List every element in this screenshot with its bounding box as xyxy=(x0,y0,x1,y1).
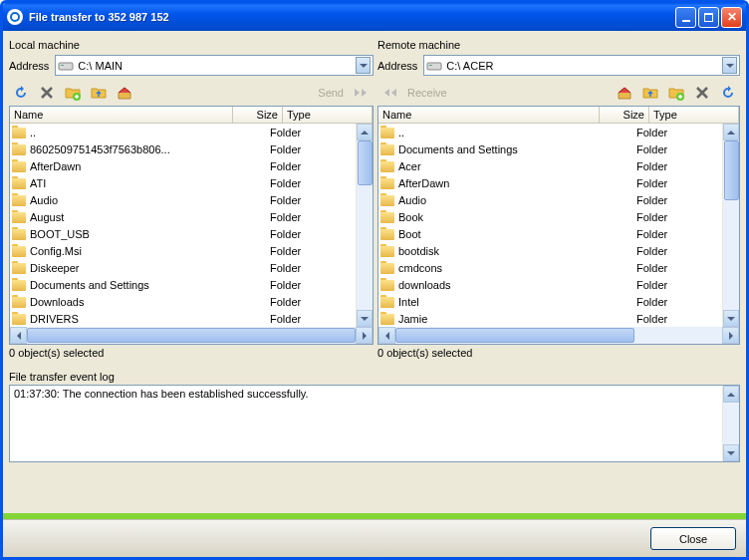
file-row[interactable]: bootdiskFolder xyxy=(378,242,722,259)
file-name: Acer xyxy=(398,160,421,172)
new-folder-button[interactable] xyxy=(664,81,688,105)
file-row[interactable]: DRIVERSFolder xyxy=(10,310,356,327)
receive-button[interactable] xyxy=(377,81,401,105)
close-window-button[interactable]: ✕ xyxy=(721,7,742,28)
col-type[interactable]: Type xyxy=(649,107,739,123)
scroll-right-button[interactable] xyxy=(356,327,373,344)
log-vscroll[interactable] xyxy=(722,386,739,461)
send-button-label[interactable]: Send xyxy=(314,87,348,99)
folder-icon xyxy=(12,176,28,189)
scroll-down-button[interactable] xyxy=(723,310,739,327)
up-folder-button[interactable] xyxy=(87,81,111,105)
file-row[interactable]: Config.MsiFolder xyxy=(10,242,356,259)
local-file-list[interactable]: Name Size Type ..Folder8602509751453f756… xyxy=(9,106,374,345)
up-folder-button[interactable] xyxy=(638,81,662,105)
file-type: Folder xyxy=(266,160,356,172)
folder-icon xyxy=(12,312,28,325)
file-name: August xyxy=(30,211,64,223)
col-name[interactable]: Name xyxy=(10,107,233,123)
log-header: File transfer event log xyxy=(9,369,740,385)
home-button[interactable] xyxy=(613,81,636,105)
file-row[interactable]: JamieFolder xyxy=(378,310,722,327)
col-size[interactable]: Size xyxy=(233,107,283,123)
col-type[interactable]: Type xyxy=(283,107,373,123)
refresh-button[interactable] xyxy=(9,81,33,105)
file-type: Folder xyxy=(266,279,356,291)
col-size[interactable]: Size xyxy=(600,107,649,123)
new-folder-button[interactable] xyxy=(61,81,85,105)
folder-icon xyxy=(12,142,28,155)
file-row[interactable]: ..Folder xyxy=(378,124,722,140)
scroll-left-button[interactable] xyxy=(10,327,27,344)
file-type: Folder xyxy=(266,296,356,308)
local-vscroll[interactable] xyxy=(356,124,373,327)
folder-icon xyxy=(380,159,396,172)
remote-address-dropdown[interactable] xyxy=(722,57,737,74)
chevron-right-icon xyxy=(729,332,733,340)
file-row[interactable]: AfterDawnFolder xyxy=(10,157,356,174)
receive-button-label[interactable]: Receive xyxy=(403,87,451,99)
chevron-down-icon xyxy=(361,317,369,321)
file-row[interactable]: Documents and SettingsFolder xyxy=(378,140,722,157)
vscroll-thumb[interactable] xyxy=(358,140,373,185)
scroll-right-button[interactable] xyxy=(722,327,739,344)
file-row[interactable]: AcerFolder xyxy=(378,157,722,174)
titlebar[interactable]: File transfer to 352 987 152 ✕ xyxy=(3,3,746,31)
file-name: ATI xyxy=(30,177,46,189)
delete-button[interactable] xyxy=(690,81,714,105)
file-row[interactable]: BookFolder xyxy=(378,208,722,225)
local-address-combo[interactable]: C:\ MAIN xyxy=(55,55,374,76)
scroll-up-button[interactable] xyxy=(723,386,739,403)
home-icon xyxy=(617,85,632,101)
chevron-down-icon xyxy=(727,451,735,455)
hscroll-thumb[interactable] xyxy=(27,328,356,343)
file-row[interactable]: cmdconsFolder xyxy=(378,259,722,276)
file-row[interactable]: IntelFolder xyxy=(378,293,722,310)
file-row[interactable]: DownloadsFolder xyxy=(10,293,356,310)
file-name: Documents and Settings xyxy=(30,279,149,291)
maximize-button[interactable] xyxy=(698,7,719,28)
file-row[interactable]: BootFolder xyxy=(378,225,722,242)
folder-icon xyxy=(12,295,28,308)
file-row[interactable]: AudioFolder xyxy=(10,191,356,208)
file-row[interactable]: AudioFolder xyxy=(378,191,722,208)
file-row[interactable]: DiskeeperFolder xyxy=(10,259,356,276)
close-button[interactable]: Close xyxy=(650,527,736,550)
hscroll-thumb[interactable] xyxy=(395,328,634,343)
col-name[interactable]: Name xyxy=(378,107,600,123)
remote-file-list[interactable]: Name Size Type ..FolderDocuments and Set… xyxy=(377,106,740,345)
file-row[interactable]: AugustFolder xyxy=(10,208,356,225)
scroll-up-button[interactable] xyxy=(723,124,739,140)
svg-rect-4 xyxy=(429,65,432,66)
remote-vscroll[interactable] xyxy=(722,124,739,327)
local-hscroll[interactable] xyxy=(10,327,373,344)
folder-icon xyxy=(380,193,396,206)
file-row[interactable]: Documents and SettingsFolder xyxy=(10,276,356,293)
scroll-left-button[interactable] xyxy=(378,327,395,344)
local-toolbar: Send xyxy=(9,80,374,106)
minimize-button[interactable] xyxy=(675,7,696,28)
vscroll-thumb[interactable] xyxy=(724,140,739,200)
minimize-icon xyxy=(682,20,690,22)
file-row[interactable]: AfterDawnFolder xyxy=(378,174,722,191)
scroll-up-button[interactable] xyxy=(357,124,373,140)
file-row[interactable]: ATIFolder xyxy=(10,174,356,191)
local-address-dropdown[interactable] xyxy=(356,57,371,74)
scroll-down-button[interactable] xyxy=(723,444,739,461)
chevron-right-icon xyxy=(363,332,367,340)
home-button[interactable] xyxy=(113,81,136,105)
remote-address-combo[interactable]: C:\ ACER xyxy=(423,55,740,76)
scroll-down-button[interactable] xyxy=(357,310,373,327)
file-row[interactable]: downloadsFolder xyxy=(378,276,722,293)
file-row[interactable]: ..Folder xyxy=(10,124,356,140)
refresh-button[interactable] xyxy=(716,81,740,105)
delete-button[interactable] xyxy=(35,81,59,105)
file-row[interactable]: 8602509751453f7563b806...Folder xyxy=(10,140,356,157)
delete-icon xyxy=(695,86,709,100)
folder-icon xyxy=(380,142,396,155)
send-button[interactable] xyxy=(350,81,374,105)
file-row[interactable]: BOOT_USBFolder xyxy=(10,225,356,242)
folder-icon xyxy=(380,126,396,139)
remote-hscroll[interactable] xyxy=(378,327,739,344)
remote-toolbar: Receive xyxy=(377,80,740,106)
